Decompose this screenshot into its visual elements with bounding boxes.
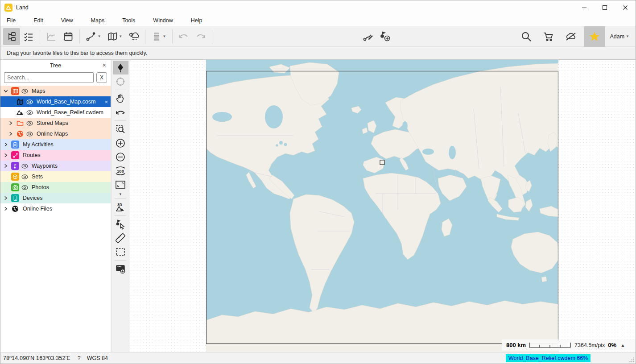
- favorites-bar[interactable]: Drag your favorite files to this bar to …: [0, 46, 636, 60]
- zoom-out-tool-button[interactable]: [113, 150, 128, 164]
- tree-panel-title: Tree: [50, 62, 61, 69]
- menu-tools[interactable]: Tools: [118, 15, 143, 26]
- tree-view-button[interactable]: [3, 28, 20, 45]
- pan-tool-button[interactable]: [113, 91, 128, 105]
- tree-row-sets[interactable]: Sets: [0, 171, 111, 182]
- undo-button[interactable]: [175, 28, 192, 45]
- weather-button[interactable]: [125, 28, 142, 45]
- menu-maps[interactable]: Maps: [87, 15, 113, 26]
- tree-item-label: My Activities: [23, 141, 54, 148]
- scale-distance-label: 800 km: [506, 342, 526, 348]
- datum-label[interactable]: WGS 84: [87, 355, 108, 361]
- create-waypoint-button[interactable]: [377, 28, 394, 45]
- chevron-down-icon: ▼: [98, 34, 101, 38]
- world-map-canvas[interactable]: [206, 60, 558, 352]
- chevron-collapsed-icon[interactable]: [3, 206, 9, 211]
- resolution-label: 7364.5m/pix: [574, 342, 605, 348]
- map-file-icon: [16, 98, 24, 106]
- resize-grip[interactable]: [628, 356, 635, 363]
- visibility-eye-icon[interactable]: [21, 164, 28, 169]
- swing-back-tool-button[interactable]: [113, 105, 128, 119]
- favorites-star-button[interactable]: [584, 26, 605, 47]
- active-map-badge[interactable]: World_Base_Relief.cwdem 66%: [506, 354, 591, 362]
- select-area-tool-button[interactable]: [113, 245, 128, 259]
- title-bar: Land: [0, 0, 636, 15]
- tree-row-waypoints[interactable]: Waypoints: [0, 161, 111, 171]
- chevron-collapsed-icon[interactable]: [8, 120, 14, 126]
- maps-menu-button[interactable]: ▼: [104, 28, 125, 45]
- toolbar-separator: [79, 29, 80, 44]
- menu-window[interactable]: Window: [149, 15, 181, 26]
- search-button[interactable]: [518, 28, 535, 45]
- statistics-button[interactable]: [43, 28, 60, 45]
- strip-separator: [115, 90, 126, 90]
- menu-view[interactable]: View: [57, 15, 81, 26]
- edit-route-button[interactable]: [360, 28, 377, 45]
- chevron-collapsed-icon[interactable]: [8, 131, 14, 136]
- close-map-icon[interactable]: ×: [104, 99, 108, 105]
- chevron-collapsed-icon[interactable]: [3, 142, 9, 147]
- tree-row-routes[interactable]: Routes: [0, 150, 111, 161]
- tree-row-photos[interactable]: Photos: [0, 182, 111, 193]
- scale-expand-icon[interactable]: ▲: [620, 343, 625, 348]
- chevron-collapsed-icon[interactable]: [3, 163, 9, 169]
- tree-row-devices[interactable]: Devices: [0, 193, 111, 203]
- zoom-window-tool-button[interactable]: [113, 122, 128, 136]
- calendar-button[interactable]: [60, 28, 77, 45]
- cart-button[interactable]: [540, 28, 557, 45]
- online-maps-globe-icon: [16, 130, 24, 138]
- tree-row-my-activities[interactable]: My Activities: [0, 139, 111, 150]
- status-bar: 78º14.090'N 163º03.352'E ? WGS 84 World_…: [0, 352, 636, 364]
- visibility-eye-icon[interactable]: [26, 121, 33, 126]
- zoom-100-tool-button[interactable]: 100: [113, 164, 128, 178]
- online-files-globe-icon: [11, 205, 19, 213]
- list-view-button[interactable]: [20, 28, 37, 45]
- tree-row-maps[interactable]: Maps: [0, 86, 111, 96]
- scale-bar: [529, 342, 571, 349]
- gps-position-tool-button[interactable]: [113, 74, 128, 88]
- zoom-options-caret[interactable]: ▼: [119, 191, 122, 197]
- visibility-eye-icon[interactable]: [21, 174, 28, 179]
- visibility-eye-icon[interactable]: [26, 132, 33, 136]
- tree-item-label: World_Base_Map.cosm: [37, 99, 95, 105]
- tree-row-online-maps[interactable]: Online Maps: [0, 128, 111, 139]
- menu-edit[interactable]: Edit: [29, 15, 51, 26]
- redo-button[interactable]: [192, 28, 209, 45]
- 3d-view-tool-button[interactable]: 3D: [113, 200, 128, 214]
- tree-search-input[interactable]: [4, 72, 94, 83]
- close-icon[interactable]: [615, 0, 636, 15]
- menu-file[interactable]: File: [2, 15, 24, 26]
- tree-close-icon[interactable]: ×: [103, 62, 106, 69]
- fit-screen-tool-button[interactable]: [113, 178, 128, 191]
- user-name: Adam: [610, 33, 624, 40]
- new-window-tool-button[interactable]: [113, 262, 128, 276]
- tree-row-world-base-relief[interactable]: World_Base_Relief.cwdem: [0, 107, 111, 118]
- legend-button[interactable]: ▼: [148, 28, 169, 45]
- visibility-eye-icon[interactable]: [21, 89, 28, 94]
- tree-row-stored-maps[interactable]: Stored Maps: [0, 118, 111, 128]
- maximize-icon[interactable]: [595, 0, 615, 15]
- visibility-eye-icon[interactable]: [21, 185, 28, 190]
- chevron-collapsed-icon[interactable]: [3, 153, 9, 158]
- tree-row-world-base-map[interactable]: World_Base_Map.cosm ×: [0, 96, 111, 107]
- tree-search-clear-button[interactable]: X: [96, 72, 107, 83]
- visibility-eye-icon[interactable]: [26, 110, 33, 115]
- routes-menu-button[interactable]: ▼: [83, 28, 104, 45]
- pointer-tool-button[interactable]: [113, 61, 128, 74]
- devices-phone-icon: [11, 194, 19, 202]
- map-viewport[interactable]: 800 km 7364.5m/pix 0% ▲: [129, 60, 636, 352]
- select-waypoint-tool-button[interactable]: [113, 217, 128, 231]
- strip-separator: [115, 215, 126, 216]
- user-menu-button[interactable]: Adam ▼: [605, 33, 633, 40]
- zoom-in-tool-button[interactable]: [113, 136, 128, 150]
- tree-row-online-files[interactable]: Online Files: [0, 203, 111, 214]
- measure-tool-button[interactable]: [113, 231, 128, 245]
- map-selection-marker[interactable]: [380, 160, 384, 165]
- minimize-icon[interactable]: [574, 0, 595, 15]
- chevron-collapsed-icon[interactable]: [3, 195, 9, 201]
- chevron-expanded-icon[interactable]: [3, 88, 9, 94]
- cloud-off-button[interactable]: [562, 28, 579, 45]
- menu-help[interactable]: Help: [186, 15, 211, 26]
- favorites-bar-hint: Drag your favorite files to this bar to …: [7, 50, 147, 56]
- visibility-eye-icon[interactable]: [26, 99, 33, 104]
